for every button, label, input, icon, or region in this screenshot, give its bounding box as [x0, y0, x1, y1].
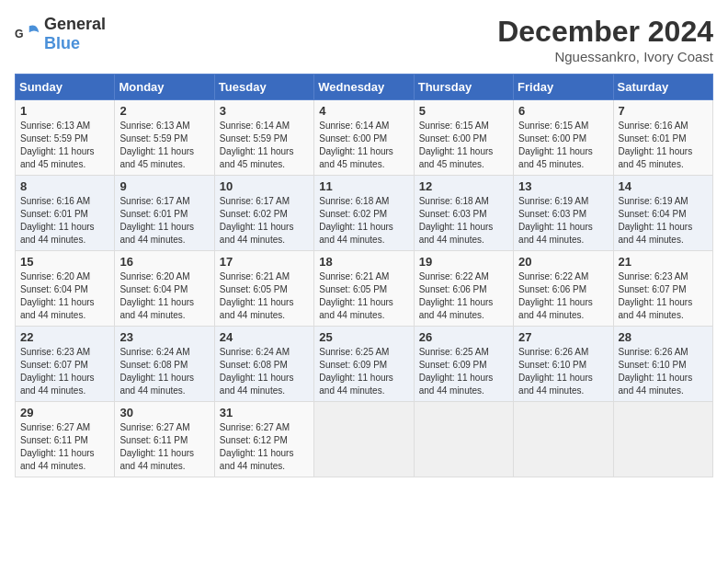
day-info: Sunrise: 6:17 AMSunset: 6:02 PMDaylight:… [220, 196, 294, 245]
day-info: Sunrise: 6:18 AMSunset: 6:03 PMDaylight:… [419, 196, 494, 245]
title-block: December 2024 Nguessankro, Ivory Coast [497, 15, 713, 64]
day-number: 19 [419, 255, 508, 269]
day-info: Sunrise: 6:20 AMSunset: 6:04 PMDaylight:… [119, 271, 194, 320]
day-info: Sunrise: 6:27 AMSunset: 6:11 PMDaylight:… [20, 422, 95, 471]
day-number: 3 [220, 104, 309, 118]
day-number: 24 [220, 330, 309, 344]
logo-general: General [44, 15, 106, 33]
day-info: Sunrise: 6:26 AMSunset: 6:10 PMDaylight:… [518, 347, 593, 396]
day-number: 1 [20, 104, 109, 118]
table-row [514, 402, 613, 477]
table-row [314, 402, 414, 477]
header-tuesday: Tuesday [214, 75, 313, 100]
day-info: Sunrise: 6:22 AMSunset: 6:06 PMDaylight:… [419, 271, 494, 320]
day-number: 26 [419, 330, 508, 344]
table-row: 30 Sunrise: 6:27 AMSunset: 6:11 PMDaylig… [115, 402, 214, 477]
day-number: 7 [619, 104, 708, 118]
table-row: 31 Sunrise: 6:27 AMSunset: 6:12 PMDaylig… [214, 402, 313, 477]
table-row: 20 Sunrise: 6:22 AMSunset: 6:06 PMDaylig… [514, 251, 613, 327]
table-row: 17 Sunrise: 6:21 AMSunset: 6:05 PMDaylig… [214, 251, 313, 327]
table-row: 18 Sunrise: 6:21 AMSunset: 6:05 PMDaylig… [314, 251, 414, 327]
table-row: 5 Sunrise: 6:15 AMSunset: 6:00 PMDayligh… [414, 100, 513, 176]
table-row: 7 Sunrise: 6:16 AMSunset: 6:01 PMDayligh… [613, 100, 712, 176]
logo: G General Blue [15, 15, 106, 53]
table-row: 16 Sunrise: 6:20 AMSunset: 6:04 PMDaylig… [115, 251, 214, 327]
month-title: December 2024 [497, 15, 713, 49]
header-thursday: Thursday [414, 75, 513, 100]
day-info: Sunrise: 6:19 AMSunset: 6:03 PMDaylight:… [518, 196, 593, 245]
day-number: 25 [319, 330, 408, 344]
day-info: Sunrise: 6:23 AMSunset: 6:07 PMDaylight:… [619, 271, 693, 320]
day-info: Sunrise: 6:16 AMSunset: 6:01 PMDaylight:… [20, 196, 95, 245]
day-number: 28 [619, 330, 708, 344]
day-info: Sunrise: 6:15 AMSunset: 6:00 PMDaylight:… [419, 121, 494, 169]
day-number: 22 [20, 330, 109, 344]
day-info: Sunrise: 6:25 AMSunset: 6:09 PMDaylight:… [319, 347, 393, 396]
header-monday: Monday [115, 75, 214, 100]
table-row: 11 Sunrise: 6:18 AMSunset: 6:02 PMDaylig… [314, 176, 414, 251]
day-number: 27 [518, 330, 608, 344]
day-number: 2 [119, 104, 209, 118]
day-info: Sunrise: 6:25 AMSunset: 6:09 PMDaylight:… [419, 347, 494, 396]
calendar-header-row: Sunday Monday Tuesday Wednesday Thursday… [16, 75, 713, 100]
table-row: 13 Sunrise: 6:19 AMSunset: 6:03 PMDaylig… [514, 176, 613, 251]
day-number: 6 [518, 104, 608, 118]
day-number: 30 [119, 406, 209, 419]
day-number: 10 [220, 179, 309, 193]
table-row: 28 Sunrise: 6:26 AMSunset: 6:10 PMDaylig… [613, 327, 712, 402]
day-info: Sunrise: 6:13 AMSunset: 5:59 PMDaylight:… [20, 121, 95, 169]
table-row: 9 Sunrise: 6:17 AMSunset: 6:01 PMDayligh… [115, 176, 214, 251]
day-info: Sunrise: 6:18 AMSunset: 6:02 PMDaylight:… [319, 196, 393, 245]
day-number: 5 [419, 104, 508, 118]
day-info: Sunrise: 6:21 AMSunset: 6:05 PMDaylight:… [319, 271, 393, 320]
table-row: 10 Sunrise: 6:17 AMSunset: 6:02 PMDaylig… [214, 176, 313, 251]
table-row: 27 Sunrise: 6:26 AMSunset: 6:10 PMDaylig… [514, 327, 613, 402]
calendar-week-row: 15 Sunrise: 6:20 AMSunset: 6:04 PMDaylig… [16, 251, 713, 327]
day-info: Sunrise: 6:22 AMSunset: 6:06 PMDaylight:… [518, 271, 593, 320]
svg-text:G: G [15, 28, 24, 40]
day-number: 16 [119, 255, 209, 269]
logo-blue: Blue [44, 34, 80, 52]
day-number: 21 [619, 255, 708, 269]
table-row: 25 Sunrise: 6:25 AMSunset: 6:09 PMDaylig… [314, 327, 414, 402]
day-info: Sunrise: 6:27 AMSunset: 6:11 PMDaylight:… [119, 422, 194, 471]
day-number: 20 [518, 255, 608, 269]
table-row [613, 402, 712, 477]
table-row: 2 Sunrise: 6:13 AMSunset: 5:59 PMDayligh… [115, 100, 214, 176]
day-info: Sunrise: 6:19 AMSunset: 6:04 PMDaylight:… [619, 196, 693, 245]
day-number: 29 [20, 406, 109, 419]
day-number: 23 [119, 330, 209, 344]
location-title: Nguessankro, Ivory Coast [497, 49, 713, 64]
table-row: 26 Sunrise: 6:25 AMSunset: 6:09 PMDaylig… [414, 327, 513, 402]
day-info: Sunrise: 6:26 AMSunset: 6:10 PMDaylight:… [619, 347, 693, 396]
calendar-week-row: 29 Sunrise: 6:27 AMSunset: 6:11 PMDaylig… [16, 402, 713, 477]
day-info: Sunrise: 6:24 AMSunset: 6:08 PMDaylight:… [220, 347, 294, 396]
calendar-week-row: 22 Sunrise: 6:23 AMSunset: 6:07 PMDaylig… [16, 327, 713, 402]
table-row [414, 402, 513, 477]
table-row: 23 Sunrise: 6:24 AMSunset: 6:08 PMDaylig… [115, 327, 214, 402]
day-number: 4 [319, 104, 408, 118]
day-number: 12 [419, 179, 508, 193]
table-row: 19 Sunrise: 6:22 AMSunset: 6:06 PMDaylig… [414, 251, 513, 327]
page-header: G General Blue December 2024 Nguessankro… [15, 15, 713, 64]
day-info: Sunrise: 6:13 AMSunset: 5:59 PMDaylight:… [119, 121, 194, 169]
day-number: 13 [518, 179, 608, 193]
day-number: 8 [20, 179, 109, 193]
table-row: 4 Sunrise: 6:14 AMSunset: 6:00 PMDayligh… [314, 100, 414, 176]
day-number: 14 [619, 179, 708, 193]
table-row: 22 Sunrise: 6:23 AMSunset: 6:07 PMDaylig… [16, 327, 115, 402]
day-info: Sunrise: 6:17 AMSunset: 6:01 PMDaylight:… [119, 196, 194, 245]
day-info: Sunrise: 6:14 AMSunset: 6:00 PMDaylight:… [319, 121, 393, 169]
calendar-week-row: 8 Sunrise: 6:16 AMSunset: 6:01 PMDayligh… [16, 176, 713, 251]
day-number: 17 [220, 255, 309, 269]
table-row: 24 Sunrise: 6:24 AMSunset: 6:08 PMDaylig… [214, 327, 313, 402]
day-number: 31 [220, 406, 309, 419]
table-row: 29 Sunrise: 6:27 AMSunset: 6:11 PMDaylig… [16, 402, 115, 477]
day-info: Sunrise: 6:16 AMSunset: 6:01 PMDaylight:… [619, 121, 693, 169]
table-row: 1 Sunrise: 6:13 AMSunset: 5:59 PMDayligh… [16, 100, 115, 176]
header-saturday: Saturday [613, 75, 712, 100]
day-number: 9 [119, 179, 209, 193]
header-sunday: Sunday [16, 75, 115, 100]
calendar-week-row: 1 Sunrise: 6:13 AMSunset: 5:59 PMDayligh… [16, 100, 713, 176]
day-info: Sunrise: 6:20 AMSunset: 6:04 PMDaylight:… [20, 271, 95, 320]
